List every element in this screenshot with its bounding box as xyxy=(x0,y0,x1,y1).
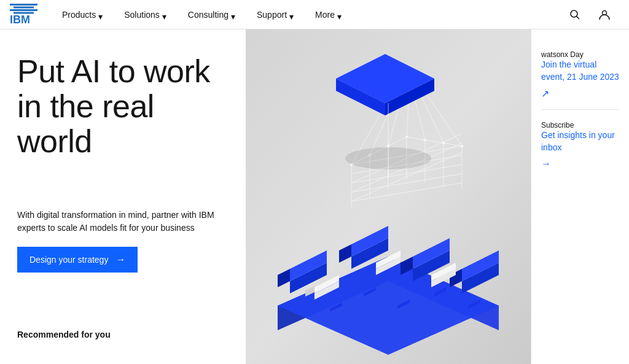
svg-point-65 xyxy=(442,142,445,144)
chevron-down-icon: ▾ xyxy=(98,12,104,18)
ibm-logo[interactable]: IBM xyxy=(10,4,37,26)
sidebar-subscribe: Subscribe Get insights in your inbox → xyxy=(541,110,619,179)
nav-solutions[interactable]: Solutions ▾ xyxy=(114,0,178,29)
cta-button[interactable]: Design your strategy → xyxy=(17,247,138,273)
nav-consulting[interactable]: Consulting ▾ xyxy=(178,0,247,29)
main-nav: IBM Products ▾ Solutions ▾ Consulting ▾ … xyxy=(0,0,629,29)
arrow-icon: → xyxy=(115,254,125,265)
svg-line-6 xyxy=(577,16,580,19)
external-link-icon[interactable]: ↗ xyxy=(541,88,619,99)
user-profile-button[interactable] xyxy=(590,0,619,29)
svg-rect-2 xyxy=(10,9,37,11)
left-panel: Put AI to work in the real world With di… xyxy=(0,29,246,364)
recommended-label: Recommended for you xyxy=(17,330,229,339)
svg-point-63 xyxy=(405,136,408,138)
hero-title: Put AI to work in the real world xyxy=(17,54,229,160)
hero-description: With digital transformation in mind, par… xyxy=(17,209,229,234)
watsonx-link[interactable]: Join the virtual event, 21 June 2023 xyxy=(541,59,619,83)
nav-more[interactable]: More ▾ xyxy=(305,0,353,29)
svg-point-64 xyxy=(424,139,426,141)
svg-rect-1 xyxy=(14,6,34,8)
nav-products[interactable]: Products ▾ xyxy=(52,0,114,29)
svg-point-5 xyxy=(571,10,577,17)
sidebar-watsonx: watsonx Day Join the virtual event, 21 J… xyxy=(541,39,619,110)
search-button[interactable] xyxy=(560,0,590,29)
nav-support[interactable]: Support ▾ xyxy=(247,0,305,29)
svg-point-66 xyxy=(461,145,463,147)
chevron-down-icon: ▾ xyxy=(231,12,237,18)
arrow-right-icon[interactable]: → xyxy=(541,158,619,169)
svg-rect-3 xyxy=(14,12,34,14)
nav-items: Products ▾ Solutions ▾ Consulting ▾ Supp… xyxy=(52,0,560,29)
subscribe-link[interactable]: Get insights in your inbox xyxy=(541,130,619,153)
chevron-down-icon: ▾ xyxy=(162,12,168,18)
hero-bottom: With digital transformation in mind, par… xyxy=(17,209,229,273)
subscribe-eyebrow: Subscribe xyxy=(541,121,574,130)
main-content: Put AI to work in the real world With di… xyxy=(0,29,629,364)
svg-rect-0 xyxy=(10,4,37,6)
hero-image xyxy=(246,29,531,364)
svg-text:IBM: IBM xyxy=(10,15,30,26)
chevron-down-icon: ▾ xyxy=(337,12,343,18)
watsonx-eyebrow: watsonx Day xyxy=(541,50,584,59)
nav-actions xyxy=(560,0,619,29)
chevron-down-icon: ▾ xyxy=(289,12,295,18)
right-panel: watsonx Day Join the virtual event, 21 J… xyxy=(531,29,629,364)
